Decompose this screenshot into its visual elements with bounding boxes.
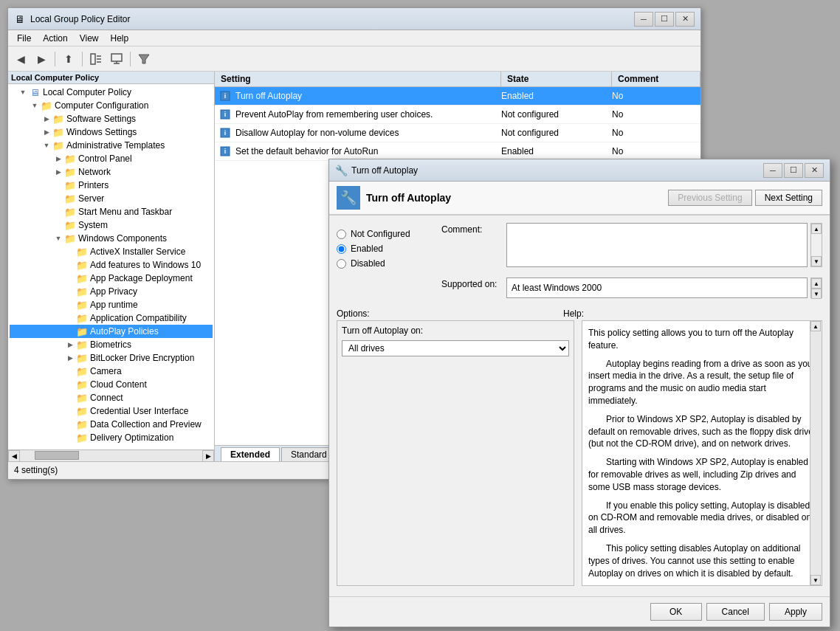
toggle-windows-components[interactable]: ▼ — [52, 232, 64, 244]
autoplay-drives-dropdown[interactable]: All drives CD-ROM and removable media dr… — [342, 340, 569, 356]
toggle-admin-templates[interactable]: ▼ — [41, 139, 52, 151]
radio-enabled[interactable]: Enabled — [337, 244, 433, 254]
toggle-network[interactable]: ▶ — [52, 166, 64, 178]
toggle-control-panel[interactable]: ▶ — [52, 153, 64, 165]
left-panel-scrollbar[interactable]: ◀ ▶ — [8, 449, 214, 461]
radio-disabled-input[interactable] — [337, 259, 346, 269]
tree-item-windows-components[interactable]: ▼ 📁 Windows Components — [10, 232, 213, 245]
tree-item-printers[interactable]: 📁 Printers — [10, 179, 213, 192]
menu-help[interactable]: Help — [105, 32, 135, 45]
comment-scroll-down[interactable]: ▼ — [811, 256, 822, 266]
tree-item-add-features[interactable]: 📁 Add features to Windows 10 — [10, 258, 213, 272]
help-scroll-track[interactable] — [810, 331, 822, 575]
supported-scroll-up[interactable]: ▲ — [811, 278, 822, 289]
toggle-windows-settings[interactable]: ▶ — [41, 126, 52, 138]
folder-icon-printers: 📁 — [64, 179, 76, 191]
radio-not-configured-input[interactable] — [337, 230, 346, 239]
setting-name-1: Turn off Autoplay — [233, 91, 501, 101]
ok-button[interactable]: OK — [650, 603, 702, 621]
col-header-comment[interactable]: Comment — [612, 72, 700, 86]
menu-file[interactable]: File — [11, 32, 37, 45]
tree-item-connect[interactable]: 📁 Connect — [10, 391, 213, 404]
tree-item-windows-settings[interactable]: ▶ 📁 Windows Settings — [10, 125, 213, 139]
radio-disabled[interactable]: Disabled — [337, 258, 433, 269]
up-button[interactable]: ⬆ — [59, 49, 78, 69]
scrollbar-thumb[interactable] — [35, 451, 79, 460]
tree-item-bitlocker[interactable]: ▶ 📁 BitLocker Drive Encryption — [10, 351, 213, 365]
tree-item-network[interactable]: ▶ 📁 Network — [10, 165, 213, 179]
scrollbar-track[interactable] — [20, 450, 202, 461]
tree-item-credential-ui[interactable]: 📁 Credential User Interface — [10, 404, 213, 418]
supported-scroll-down[interactable]: ▼ — [811, 289, 822, 299]
help-scrollbar[interactable]: ▲ ▼ — [810, 321, 822, 585]
menu-action[interactable]: Action — [37, 32, 73, 45]
col-header-state[interactable]: State — [501, 72, 612, 86]
tree-item-activex[interactable]: 📁 ActiveX Installer Service — [10, 245, 213, 258]
comment-scroll-track[interactable] — [811, 234, 822, 256]
comment-field: ▲ ▼ — [506, 223, 822, 267]
filter-button[interactable] — [134, 49, 154, 69]
comment-scroll-up[interactable]: ▲ — [811, 224, 822, 234]
scroll-left-btn[interactable]: ◀ — [8, 450, 20, 462]
tree-item-system[interactable]: 📁 System — [10, 218, 213, 232]
setting-row-turn-off-autoplay[interactable]: i Turn off Autoplay Enabled No — [215, 87, 700, 106]
tree-item-camera[interactable]: 📁 Camera — [10, 365, 213, 378]
tab-extended[interactable]: Extended — [221, 447, 280, 461]
dialog-minimize-button[interactable]: ─ — [763, 163, 782, 178]
dialog-maximize-button[interactable]: ☐ — [784, 163, 803, 178]
form-fields: Comment: ▲ ▼ Supported on: — [441, 223, 822, 303]
tree-item-computer-config[interactable]: ▼ 📁 Computer Configuration — [10, 99, 213, 112]
next-setting-button[interactable]: Next Setting — [755, 190, 822, 206]
tree-item-app-package[interactable]: 📁 App Package Deployment — [10, 272, 213, 285]
radio-not-configured[interactable]: Not Configured — [337, 229, 433, 239]
radio-enabled-input[interactable] — [337, 244, 346, 254]
tree-item-admin-templates[interactable]: ▼ 📁 Administrative Templates — [10, 139, 213, 152]
cancel-button[interactable]: Cancel — [706, 603, 765, 621]
tree-item-software-settings[interactable]: ▶ 📁 Software Settings — [10, 112, 213, 125]
setting-row-disallow-autoplay[interactable]: i Disallow Autoplay for non-volume devic… — [215, 124, 700, 142]
dialog-icon: 🔧 — [335, 165, 347, 176]
tree-label-cloud-content: Cloud Content — [90, 379, 147, 390]
toggle-bitlocker[interactable]: ▶ — [64, 352, 76, 364]
setting-row-prevent-autoplay[interactable]: i Prevent AutoPlay from remembering user… — [215, 106, 700, 124]
tree-item-delivery-opt[interactable]: 📁 Delivery Optimization — [10, 431, 213, 444]
tree-item-app-compat[interactable]: 📁 Application Compatibility — [10, 311, 213, 325]
tree-item-cloud-content[interactable]: 📁 Cloud Content — [10, 378, 213, 391]
col-header-setting[interactable]: Setting — [215, 72, 501, 86]
comment-scrollbar[interactable]: ▲ ▼ — [810, 223, 822, 267]
tree-view[interactable]: ▼ 🖥 Local Computer Policy ▼ 📁 Computer C… — [8, 84, 214, 449]
toggle-computer-config[interactable]: ▼ — [29, 100, 41, 111]
tree-item-control-panel[interactable]: ▶ 📁 Control Panel — [10, 152, 213, 165]
close-button[interactable]: ✕ — [675, 12, 695, 27]
help-para-6: This policy setting disables Autoplay on… — [588, 542, 816, 579]
properties-button[interactable] — [107, 49, 126, 69]
supported-on-scrollbar[interactable]: ▲ ▼ — [810, 277, 822, 298]
forward-button[interactable]: ▶ — [32, 49, 51, 69]
tree-item-root[interactable]: ▼ 🖥 Local Computer Policy — [10, 86, 213, 99]
toggle-software-settings[interactable]: ▶ — [41, 113, 52, 125]
scroll-right-btn[interactable]: ▶ — [202, 450, 214, 462]
previous-setting-button[interactable]: Previous Setting — [668, 190, 751, 206]
toggle-root[interactable]: ▼ — [17, 86, 29, 98]
help-para-4: Starting with Windows XP SP2, Autoplay i… — [588, 456, 816, 493]
comment-textarea[interactable] — [506, 223, 808, 267]
tree-item-autoplay[interactable]: 📁 AutoPlay Policies — [10, 325, 213, 338]
show-hide-tree[interactable] — [86, 49, 106, 69]
tree-item-app-runtime[interactable]: 📁 App runtime — [10, 298, 213, 311]
tree-item-data-collection[interactable]: 📁 Data Collection and Preview — [10, 418, 213, 431]
tree-label-add-features: Add features to Windows 10 — [90, 260, 201, 270]
toggle-biometrics[interactable]: ▶ — [64, 339, 76, 351]
tree-item-server[interactable]: 📁 Server — [10, 192, 213, 205]
maximize-button[interactable]: ☐ — [655, 12, 674, 27]
menu-view[interactable]: View — [74, 32, 105, 45]
dialog-close-button[interactable]: ✕ — [805, 163, 824, 178]
tree-item-biometrics[interactable]: ▶ 📁 Biometrics — [10, 338, 213, 351]
apply-button[interactable]: Apply — [769, 603, 822, 621]
back-button[interactable]: ◀ — [11, 49, 30, 69]
tree-item-start-menu[interactable]: 📁 Start Menu and Taskbar — [10, 205, 213, 218]
minimize-button[interactable]: ─ — [634, 12, 653, 27]
tree-label-activex: ActiveX Installer Service — [90, 246, 185, 257]
tree-item-app-privacy[interactable]: 📁 App Privacy — [10, 285, 213, 298]
help-scroll-down[interactable]: ▼ — [810, 575, 821, 585]
help-scroll-up[interactable]: ▲ — [810, 321, 821, 331]
